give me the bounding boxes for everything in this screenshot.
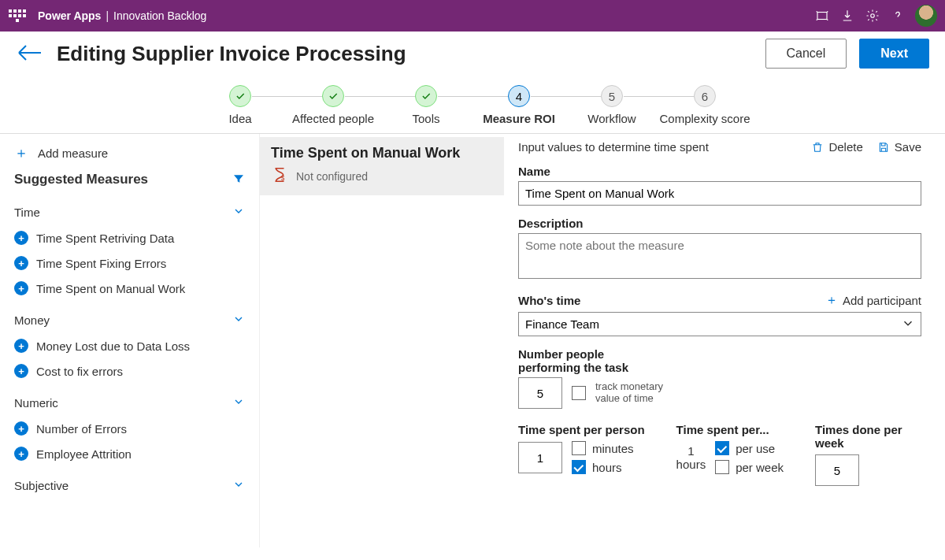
num-people-label: Number people performing the task [518, 347, 660, 374]
category-time-header[interactable]: Time [14, 205, 245, 220]
add-measure-label: Add measure [38, 146, 108, 160]
page-title: Editing Supplier Invoice Processing [57, 42, 406, 66]
category-label: Numeric [14, 396, 58, 410]
measure-item[interactable]: +Time Spent Retriving Data [14, 231, 245, 245]
plus-circle-icon: + [14, 364, 28, 378]
gear-icon[interactable] [860, 3, 885, 28]
waffle-icon[interactable] [8, 6, 27, 25]
category-money-header[interactable]: Money [14, 313, 245, 328]
step-number: 6 [694, 85, 716, 107]
whos-time-select[interactable] [518, 312, 921, 336]
per-use-checkbox[interactable] [715, 441, 729, 455]
unit-hours-checkbox[interactable] [572, 460, 586, 474]
measure-item-label: Employee Attrition [36, 447, 132, 461]
chevron-down-icon [232, 205, 245, 220]
measure-item[interactable]: +Cost to fix errors [14, 364, 245, 378]
unit-hours-label: hours [592, 461, 622, 474]
step-affected-people[interactable]: Affected people [287, 85, 380, 125]
save-label: Save [895, 140, 921, 154]
time-spent-per-person-label: Time spent per person [518, 423, 645, 436]
measure-item-label: Money Lost due to Data Loss [36, 339, 190, 353]
app-name: Power Apps [38, 9, 101, 22]
step-complexity-score[interactable]: 6 Complexity score [658, 85, 751, 125]
step-idea[interactable]: Idea [194, 85, 287, 125]
measure-item-label: Cost to fix errors [36, 365, 123, 378]
measures-sidebar: ＋ Add measure Suggested Measures Time +T… [0, 134, 260, 547]
step-number: 4 [508, 85, 530, 107]
measure-card-status: Not configured [296, 170, 368, 183]
chevron-down-icon [232, 313, 245, 328]
num-people-input[interactable] [518, 377, 562, 409]
measure-item[interactable]: +Number of Errors [14, 421, 245, 436]
measure-item-label: Time Spent Retriving Data [36, 232, 174, 245]
app-topbar: Power Apps | Innovation Backlog [0, 0, 945, 32]
download-icon[interactable] [835, 3, 860, 28]
measure-item-label: Number of Errors [36, 422, 127, 436]
svg-text:$: $ [281, 176, 285, 183]
breadcrumb[interactable]: Innovation Backlog [113, 9, 206, 22]
avatar[interactable] [915, 5, 937, 27]
plus-circle-icon: + [14, 447, 28, 461]
delete-label: Delete [828, 140, 862, 154]
plus-circle-icon: + [14, 421, 28, 436]
step-measure-roi[interactable]: 4 Measure ROI [472, 85, 565, 125]
add-measure-button[interactable]: ＋ Add measure [14, 140, 245, 165]
svg-rect-0 [817, 13, 827, 20]
category-money: Money +Money Lost due to Data Loss +Cost… [14, 313, 245, 378]
plus-circle-icon: + [14, 339, 28, 353]
hourglass-alert-icon: $ [271, 166, 288, 186]
save-button[interactable]: Save [877, 140, 921, 154]
whos-time-label: Who's time [518, 294, 580, 307]
measure-item-label: Time Spent Fixing Errors [36, 257, 166, 270]
measure-item[interactable]: +Time Spent Fixing Errors [14, 256, 245, 270]
plus-icon: ＋ [825, 292, 838, 309]
name-label: Name [518, 165, 921, 178]
cancel-button[interactable]: Cancel [765, 39, 847, 69]
time-spent-per-person-input[interactable] [518, 442, 562, 473]
add-participant-button[interactable]: ＋ Add participant [825, 292, 921, 309]
category-subjective: Subjective [14, 478, 245, 493]
step-workflow[interactable]: 5 Workflow [565, 85, 658, 125]
step-label: Complexity score [659, 112, 750, 125]
chevron-down-icon [232, 395, 245, 410]
help-icon[interactable] [885, 3, 910, 28]
plus-circle-icon: + [14, 256, 28, 270]
back-arrow-icon[interactable] [16, 43, 43, 65]
description-input[interactable] [518, 233, 921, 279]
per-week-label: per week [736, 461, 784, 474]
svg-point-1 [871, 14, 875, 18]
page-header: Editing Supplier Invoice Processing Canc… [0, 32, 945, 76]
plus-icon: ＋ [14, 143, 28, 162]
measure-card-title: Time Spent on Manual Work [271, 145, 493, 161]
form-hint: Input values to determine time spent [518, 140, 709, 154]
category-label: Subjective [14, 479, 69, 492]
add-participant-label: Add participant [843, 294, 921, 307]
delete-button[interactable]: Delete [811, 140, 862, 154]
name-input[interactable] [518, 181, 921, 206]
time-spent-per-label: Time spent per... [676, 423, 784, 436]
description-label: Description [518, 217, 921, 230]
category-label: Money [14, 313, 50, 327]
next-button-label: Next [880, 46, 908, 61]
step-label: Workflow [587, 112, 636, 125]
category-numeric-header[interactable]: Numeric [14, 395, 245, 410]
times-done-input[interactable] [815, 454, 859, 486]
measure-card[interactable]: Time Spent on Manual Work $ Not configur… [260, 137, 504, 195]
measure-item[interactable]: +Time Spent on Manual Work [14, 281, 245, 295]
suggested-measures-heading: Suggested Measures [14, 172, 148, 187]
measure-item[interactable]: +Money Lost due to Data Loss [14, 339, 245, 353]
filter-icon[interactable] [232, 172, 245, 187]
selected-measure-column: Time Spent on Manual Work $ Not configur… [260, 134, 504, 547]
category-subjective-header[interactable]: Subjective [14, 478, 245, 493]
step-number: 5 [601, 85, 623, 107]
step-tools[interactable]: Tools [380, 85, 472, 125]
track-monetary-checkbox[interactable] [572, 386, 586, 400]
unit-minutes-checkbox[interactable] [572, 441, 586, 455]
next-button[interactable]: Next [859, 39, 929, 69]
per-week-checkbox[interactable] [715, 460, 729, 474]
step-label: Tools [412, 112, 439, 125]
step-label: Idea [228, 112, 251, 125]
breadcrumb-divider: | [106, 9, 109, 22]
fit-icon[interactable] [810, 3, 835, 28]
measure-item[interactable]: +Employee Attrition [14, 447, 245, 461]
